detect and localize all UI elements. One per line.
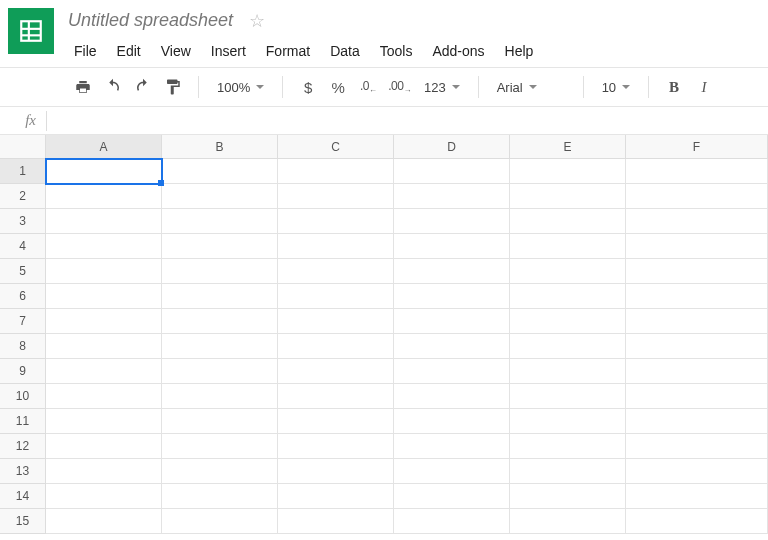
- menu-file[interactable]: File: [64, 39, 107, 63]
- print-button[interactable]: [70, 74, 96, 100]
- menu-tools[interactable]: Tools: [370, 39, 423, 63]
- cell[interactable]: [46, 359, 162, 384]
- cell[interactable]: [278, 259, 394, 284]
- bold-button[interactable]: B: [661, 74, 687, 100]
- cell[interactable]: [510, 234, 626, 259]
- cell[interactable]: [46, 184, 162, 209]
- cell[interactable]: [162, 309, 278, 334]
- row-header[interactable]: 13: [0, 459, 46, 484]
- zoom-dropdown[interactable]: 100%: [211, 74, 270, 100]
- cell[interactable]: [626, 509, 768, 534]
- font-size-dropdown[interactable]: 10: [596, 74, 636, 100]
- cell[interactable]: [46, 259, 162, 284]
- cell[interactable]: [510, 259, 626, 284]
- row-header[interactable]: 5: [0, 259, 46, 284]
- column-header[interactable]: B: [162, 135, 278, 159]
- cell[interactable]: [162, 234, 278, 259]
- format-currency-button[interactable]: $: [295, 74, 321, 100]
- menu-help[interactable]: Help: [495, 39, 544, 63]
- cell[interactable]: [394, 309, 510, 334]
- select-all-corner[interactable]: [0, 135, 46, 159]
- cell[interactable]: [278, 309, 394, 334]
- cell[interactable]: [162, 259, 278, 284]
- cell[interactable]: [162, 459, 278, 484]
- sheets-logo[interactable]: [8, 8, 54, 54]
- cell[interactable]: [394, 259, 510, 284]
- cell[interactable]: [162, 184, 278, 209]
- cell[interactable]: [278, 509, 394, 534]
- cell[interactable]: [510, 209, 626, 234]
- menu-view[interactable]: View: [151, 39, 201, 63]
- cell[interactable]: [46, 484, 162, 509]
- column-header[interactable]: F: [626, 135, 768, 159]
- menu-format[interactable]: Format: [256, 39, 320, 63]
- cell[interactable]: [162, 359, 278, 384]
- cell[interactable]: [510, 384, 626, 409]
- cell[interactable]: [626, 484, 768, 509]
- cell[interactable]: [278, 434, 394, 459]
- cell[interactable]: [394, 484, 510, 509]
- cell[interactable]: [510, 409, 626, 434]
- cell[interactable]: [394, 459, 510, 484]
- cell[interactable]: [394, 184, 510, 209]
- undo-button[interactable]: [100, 74, 126, 100]
- row-header[interactable]: 7: [0, 309, 46, 334]
- row-header[interactable]: 2: [0, 184, 46, 209]
- cell[interactable]: [162, 384, 278, 409]
- cell[interactable]: [162, 409, 278, 434]
- cell[interactable]: [626, 459, 768, 484]
- cell[interactable]: [626, 434, 768, 459]
- cell[interactable]: [278, 209, 394, 234]
- cell[interactable]: [626, 334, 768, 359]
- row-header[interactable]: 6: [0, 284, 46, 309]
- cell[interactable]: [510, 434, 626, 459]
- column-header[interactable]: D: [394, 135, 510, 159]
- cell[interactable]: [394, 334, 510, 359]
- cell[interactable]: [278, 284, 394, 309]
- cell[interactable]: [162, 509, 278, 534]
- cell[interactable]: [46, 434, 162, 459]
- cell[interactable]: [510, 159, 626, 184]
- row-header[interactable]: 1: [0, 159, 46, 184]
- cell[interactable]: [162, 159, 278, 184]
- column-header[interactable]: A: [46, 135, 162, 159]
- cell[interactable]: [394, 284, 510, 309]
- cell[interactable]: [278, 409, 394, 434]
- cell[interactable]: [394, 509, 510, 534]
- increase-decimal-button[interactable]: .00→: [385, 74, 414, 100]
- menu-insert[interactable]: Insert: [201, 39, 256, 63]
- cell[interactable]: [278, 184, 394, 209]
- cell[interactable]: [394, 409, 510, 434]
- cell[interactable]: [394, 209, 510, 234]
- format-percent-button[interactable]: %: [325, 74, 351, 100]
- cell[interactable]: [278, 384, 394, 409]
- cell[interactable]: [46, 159, 162, 184]
- cell[interactable]: [162, 284, 278, 309]
- cell[interactable]: [162, 209, 278, 234]
- cell[interactable]: [626, 159, 768, 184]
- cell[interactable]: [626, 309, 768, 334]
- cell[interactable]: [626, 259, 768, 284]
- cell[interactable]: [278, 334, 394, 359]
- cell[interactable]: [162, 484, 278, 509]
- cell[interactable]: [46, 309, 162, 334]
- cell[interactable]: [394, 234, 510, 259]
- cell[interactable]: [394, 159, 510, 184]
- column-header[interactable]: E: [510, 135, 626, 159]
- cell[interactable]: [510, 359, 626, 384]
- cell[interactable]: [510, 284, 626, 309]
- cell[interactable]: [626, 184, 768, 209]
- font-family-dropdown[interactable]: Arial: [491, 74, 571, 100]
- cell[interactable]: [626, 234, 768, 259]
- spreadsheet-grid[interactable]: ABCDEF123456789101112131415: [0, 135, 768, 534]
- cell[interactable]: [510, 459, 626, 484]
- cell[interactable]: [278, 234, 394, 259]
- redo-button[interactable]: [130, 74, 156, 100]
- star-icon[interactable]: ☆: [249, 10, 265, 32]
- more-formats-dropdown[interactable]: 123: [418, 74, 466, 100]
- row-header[interactable]: 4: [0, 234, 46, 259]
- italic-button[interactable]: I: [691, 74, 717, 100]
- menu-data[interactable]: Data: [320, 39, 370, 63]
- cell[interactable]: [46, 234, 162, 259]
- cell[interactable]: [162, 434, 278, 459]
